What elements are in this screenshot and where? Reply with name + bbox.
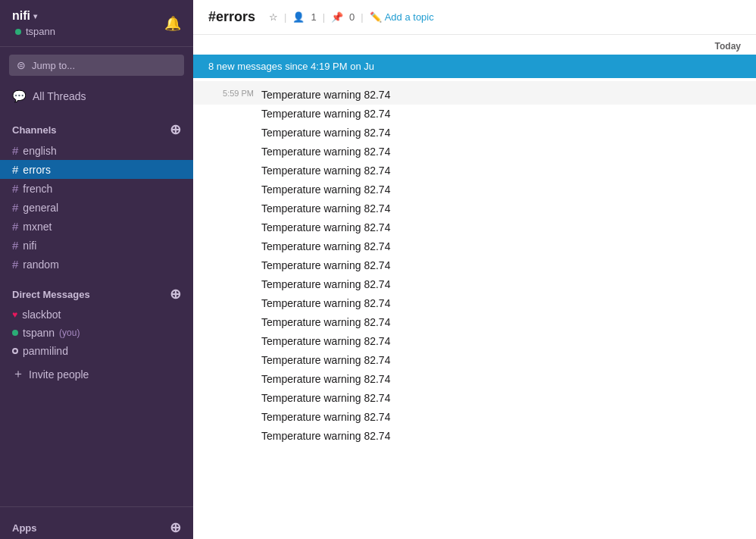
add-topic-label: Add a topic: [385, 11, 434, 23]
list-item: Temperature warning 82.74: [193, 294, 756, 313]
list-item: Temperature warning 82.74: [193, 161, 756, 180]
apps-header: Apps ⊕: [0, 507, 193, 539]
dm-name-tspann: tspann: [23, 327, 55, 339]
channel-name-french: french: [23, 183, 52, 195]
channel-name-general: general: [23, 202, 58, 214]
channels-label: Channels: [12, 124, 57, 136]
star-icon[interactable]: ☆: [269, 11, 278, 23]
workspace-label: nifi: [12, 9, 30, 23]
pin-icon: 📌: [331, 11, 343, 23]
today-label: Today: [193, 35, 756, 52]
channel-name-nifi: nifi: [23, 240, 36, 252]
add-dm-icon[interactable]: ⊕: [170, 286, 181, 302]
apps-label: Apps: [12, 522, 37, 534]
notification-bell-icon[interactable]: 🔔: [164, 15, 181, 32]
channel-item-nifi[interactable]: # nifi: [0, 236, 193, 255]
dm-name-slackbot: slackbot: [22, 309, 61, 321]
channel-item-english[interactable]: # english: [0, 141, 193, 160]
channel-item-french[interactable]: # french: [0, 179, 193, 198]
list-item: Temperature warning 82.74: [193, 351, 756, 370]
apps-section: Apps ⊕: [0, 506, 193, 539]
list-item: Temperature warning 82.74: [193, 408, 756, 427]
slackbot-heart-icon: ♥: [12, 309, 17, 320]
dm-label: Direct Messages: [12, 289, 90, 300]
list-item: Temperature warning 82.74: [193, 180, 756, 199]
all-threads-item[interactable]: 💬 All Threads: [0, 83, 193, 109]
online-dot-icon: [12, 330, 18, 336]
message-group-first: 5:59 PM Temperature warning 82.74: [193, 81, 756, 105]
threads-icon: 💬: [12, 89, 27, 103]
dm-list: ♥ slackbot tspann (you) panmilind: [0, 306, 193, 360]
chevron-down-icon: ▾: [33, 12, 37, 20]
jump-to-label: Jump to...: [32, 60, 75, 71]
invite-people-button[interactable]: ＋ Invite people: [0, 360, 193, 388]
plus-icon: ＋: [12, 366, 24, 382]
list-item: Temperature warning 82.74: [193, 199, 756, 218]
dm-section-header: Direct Messages ⊕: [0, 274, 193, 306]
member-count: 1: [311, 11, 316, 23]
pencil-icon: ✏️: [370, 11, 382, 23]
invite-label: Invite people: [29, 368, 89, 381]
online-status-dot: [15, 29, 21, 35]
channel-meta: ☆ | 👤 1 | 📌 0 | ✏️ Add a topic: [269, 11, 434, 23]
channel-item-general[interactable]: # general: [0, 198, 193, 217]
separator: |: [284, 11, 286, 23]
channel-item-mxnet[interactable]: # mxnet: [0, 217, 193, 236]
add-app-icon[interactable]: ⊕: [170, 519, 181, 536]
list-item: Temperature warning 82.74: [193, 275, 756, 294]
message-text: Temperature warning 82.74: [261, 87, 390, 103]
channel-title: #errors: [208, 9, 255, 25]
offline-dot-icon: [12, 348, 18, 354]
channel-name-errors: errors: [23, 164, 51, 176]
channel-name-random: random: [23, 259, 58, 271]
hash-icon: #: [12, 144, 18, 157]
jump-to-button[interactable]: ⊜ Jump to...: [9, 55, 184, 76]
list-item: Temperature warning 82.74: [193, 256, 756, 275]
pin-count: 0: [349, 11, 355, 23]
you-label: (you): [59, 327, 80, 338]
username-label: tspann: [26, 26, 55, 37]
list-item: Temperature warning 82.74: [193, 370, 756, 389]
add-channel-icon[interactable]: ⊕: [170, 121, 181, 138]
hash-icon: #: [12, 220, 18, 233]
channel-name-mxnet: mxnet: [23, 221, 52, 233]
list-item: Temperature warning 82.74: [193, 313, 756, 332]
user-status: tspann: [12, 23, 55, 37]
hash-icon: #: [12, 258, 18, 271]
dm-item-tspann[interactable]: tspann (you): [0, 324, 193, 342]
channel-item-random[interactable]: # random: [0, 255, 193, 274]
workspace-name[interactable]: nifi ▾: [12, 9, 55, 23]
list-item: Temperature warning 82.74: [193, 389, 756, 408]
dm-item-slackbot[interactable]: ♥ slackbot: [0, 306, 193, 324]
separator: |: [361, 11, 363, 23]
list-item: Temperature warning 82.74: [193, 218, 756, 237]
separator: |: [323, 11, 325, 23]
channel-name-english: english: [23, 145, 56, 157]
hash-icon: #: [12, 182, 18, 195]
new-messages-banner: 8 new messages since 4:19 PM on Ju: [193, 55, 756, 78]
list-item: Temperature warning 82.74: [193, 332, 756, 351]
list-item: Temperature warning 82.74: [193, 105, 756, 124]
add-topic-button[interactable]: ✏️ Add a topic: [370, 11, 434, 23]
list-item: Temperature warning 82.74: [193, 124, 756, 143]
workspace-header: nifi ▾ tspann 🔔: [0, 0, 193, 47]
list-item: Temperature warning 82.74: [193, 143, 756, 161]
search-icon: ⊜: [17, 59, 26, 71]
member-icon: 👤: [292, 11, 305, 23]
hash-icon: #: [12, 239, 18, 252]
all-threads-label: All Threads: [33, 90, 86, 102]
list-item: Temperature warning 82.74: [193, 427, 756, 446]
message-time: 5:59 PM: [208, 87, 254, 103]
dm-name-panmilind: panmilind: [23, 345, 68, 357]
dm-item-panmilind[interactable]: panmilind: [0, 342, 193, 360]
channel-header: #errors ☆ | 👤 1 | 📌 0 | ✏️ Add a topic: [193, 0, 756, 35]
hash-icon: #: [12, 163, 18, 176]
channel-item-errors[interactable]: # errors: [0, 160, 193, 179]
list-item: Temperature warning 82.74: [193, 237, 756, 256]
hash-icon: #: [12, 201, 18, 214]
channels-section-header: Channels ⊕: [0, 109, 193, 141]
messages-area[interactable]: Today 8 new messages since 4:19 PM on Ju…: [193, 35, 756, 539]
channels-list: # english # errors # french # general # …: [0, 141, 193, 274]
